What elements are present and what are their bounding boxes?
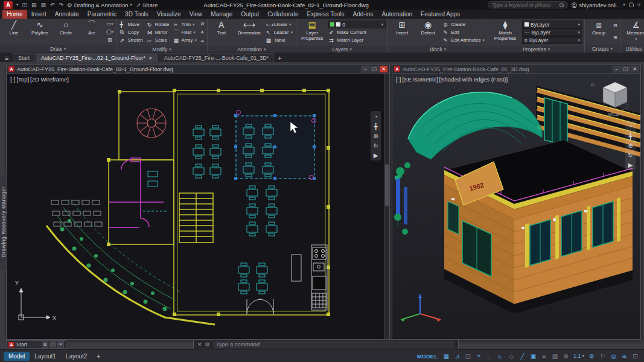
selection-cycling-icon[interactable]: ⊕: [561, 352, 571, 361]
viewport-menu[interactable]: [-]: [10, 76, 15, 83]
new-drawing-icon[interactable]: +: [275, 53, 284, 62]
drawing-canvas-3d[interactable]: [-] [SE Isometric] [Shaded with edges (F…: [392, 74, 640, 339]
window-maximize-icon[interactable]: ▢: [49, 341, 56, 348]
file-tab-3d[interactable]: AutoCAD-FY25_Fire-...-Book-Cafe_01_3D*: [159, 53, 275, 62]
annotation-scale-button[interactable]: 1:1▾: [572, 353, 586, 359]
group-button[interactable]: ⧈Group: [587, 20, 611, 43]
file-tab-ground-floor[interactable]: AutoCAD-FY25_Fire-...02-1_Ground-Floor*✕: [36, 53, 158, 62]
copy-button[interactable]: ⧉Copy: [118, 28, 144, 36]
window-ground-floor-titlebar[interactable]: A AutoCAD-FY25_Fire-Station-Book-Cafe_02…: [7, 65, 389, 74]
linear-button[interactable]: ⟷Linear▾: [265, 21, 294, 28]
ellipse-flyout[interactable]: ◯▾: [106, 28, 113, 35]
match-layer-button[interactable]: ⇉Match Layer: [328, 36, 386, 44]
annotation-monitor-icon[interactable]: ⚐: [598, 352, 608, 361]
share-button[interactable]: ↗ Share: [136, 2, 158, 8]
showmotion-icon[interactable]: ▶: [628, 161, 633, 168]
clean-screen-icon[interactable]: ⊡: [630, 352, 640, 361]
text-button[interactable]: AText: [209, 20, 234, 45]
fillet-button[interactable]: ⌒Fillet▾: [172, 28, 198, 36]
model-space-toggle[interactable]: MODEL: [417, 353, 438, 360]
minimized-start-window[interactable]: A Start ⧉ ▢ ✕: [6, 340, 66, 349]
explode-button[interactable]: ✳: [200, 29, 205, 36]
close-tab-icon[interactable]: ✕: [148, 56, 153, 61]
insert-button[interactable]: ⊞Insert: [390, 20, 414, 45]
panel-label-groups[interactable]: Groups▾: [585, 45, 620, 52]
grid-icon[interactable]: ▦: [441, 352, 451, 361]
circle-button[interactable]: ○Circle: [54, 20, 78, 43]
plot-icon[interactable]: ▥: [41, 2, 46, 8]
array-button[interactable]: ▦Array▾: [172, 36, 198, 44]
detect-button[interactable]: ◉Detect: [416, 20, 440, 45]
transparency-icon[interactable]: ▨: [550, 352, 560, 361]
workspace-selector[interactable]: ⚙ Drafting & Annotation ▾: [67, 2, 132, 8]
make-current-button[interactable]: ✔Make Current: [328, 28, 386, 36]
linetype-select[interactable]: — ByLayer ▾: [522, 28, 582, 36]
rectangle-flyout[interactable]: ▭▾: [106, 21, 113, 27]
match-properties-button[interactable]: ⧫Match Properties: [490, 20, 520, 45]
navigation-wheel-icon[interactable]: ◔: [628, 122, 632, 130]
window-minimize-icon[interactable]: –: [613, 66, 620, 72]
open-icon[interactable]: ▤: [31, 2, 37, 8]
ribbon-tab-collaborate[interactable]: Collaborate: [263, 10, 302, 19]
table-button[interactable]: ▦Table: [265, 36, 294, 44]
undo-icon[interactable]: ↶: [50, 2, 55, 8]
offset-button[interactable]: ≍: [200, 37, 205, 44]
viewcube-home-icon[interactable]: ⌂: [591, 81, 595, 87]
command-customize-icon[interactable]: ⚙: [205, 341, 210, 348]
ribbon-tab-annotate[interactable]: Annotate: [51, 10, 83, 19]
ribbon-tab-add-ins[interactable]: Add-ins: [349, 10, 378, 19]
view-control[interactable]: [Top]: [16, 76, 29, 83]
visual-style-control[interactable]: [2D Wireframe]: [30, 76, 69, 83]
showmotion-icon[interactable]: ▶: [374, 151, 378, 159]
help-icon[interactable]: ?: [637, 2, 640, 8]
ribbon-tab-automation[interactable]: Automation: [378, 10, 417, 19]
scrollbar-thumb[interactable]: [385, 164, 389, 206]
ribbon-tab-manage[interactable]: Manage: [206, 10, 237, 19]
viewport-menu[interactable]: [-]: [396, 76, 401, 83]
window-close-icon[interactable]: ✕: [380, 66, 387, 72]
save-icon[interactable]: ◫: [22, 2, 28, 8]
line-button[interactable]: ╱Line: [2, 20, 26, 43]
arc-button[interactable]: ⌒Arc: [80, 20, 104, 43]
isometric-drafting-icon[interactable]: ◇: [506, 352, 517, 361]
redo-icon[interactable]: ↷: [59, 2, 64, 8]
lineweight-display-icon[interactable]: ≡: [539, 352, 549, 361]
window-close-icon[interactable]: ✕: [57, 341, 64, 348]
drawing-canvas-2d[interactable]: [-] [Top] [2D Wireframe]: [7, 74, 389, 339]
edit-attributes-button[interactable]: ✎Edit Attributes▾: [442, 36, 486, 44]
ribbon-tab-featured-apps[interactable]: Featured Apps: [416, 10, 464, 19]
zoom-icon[interactable]: ⊕: [373, 132, 378, 139]
infer-constraints-icon[interactable]: ◱: [463, 352, 473, 361]
ortho-mode-icon[interactable]: ∟: [485, 352, 495, 361]
app-logo[interactable]: A: [4, 1, 13, 9]
search-input[interactable]: [492, 2, 557, 8]
panel-label-properties[interactable]: Properties▾: [488, 46, 584, 52]
ribbon-tab-3d-tools[interactable]: 3D Tools: [121, 10, 153, 19]
ribbon-tab-express-tools[interactable]: Express Tools: [303, 10, 349, 19]
create-block-button[interactable]: ⊕Create: [442, 21, 486, 28]
orbit-icon[interactable]: ↻: [628, 151, 633, 159]
rotate-button[interactable]: ↻Rotate: [146, 21, 171, 28]
panel-label-draw[interactable]: Draw▾: [0, 45, 116, 52]
command-input[interactable]: Type a command: [213, 341, 454, 348]
snap-mode-icon[interactable]: ⊿: [452, 352, 462, 361]
trim-button[interactable]: ✂Trim▾: [172, 21, 198, 28]
panel-label-annotation[interactable]: Annotation▾: [208, 46, 296, 52]
file-tab-start[interactable]: Start: [13, 53, 35, 62]
model-tab[interactable]: Model: [4, 352, 30, 361]
viewcube[interactable]: ⌂ WCS▾: [599, 80, 631, 117]
vertical-scrollbar[interactable]: [384, 74, 389, 339]
window-restore-icon[interactable]: ▢: [622, 66, 630, 72]
measure-button[interactable]: ∡Measure▾: [622, 20, 644, 43]
command-close-icon[interactable]: ✕: [197, 341, 202, 348]
graphics-performance-icon[interactable]: ≋: [619, 352, 630, 361]
layout1-tab[interactable]: Layout1: [30, 352, 61, 361]
polar-tracking-icon[interactable]: ⊾: [496, 352, 506, 361]
add-layout-button[interactable]: +: [92, 352, 105, 361]
ribbon-tab-view[interactable]: View: [185, 10, 207, 19]
hatch-button[interactable]: ▨: [106, 36, 113, 43]
app-menu-caret-icon[interactable]: ▾: [16, 2, 19, 7]
edit-block-button[interactable]: ✎Edit: [442, 28, 486, 36]
ribbon-tab-insert[interactable]: Insert: [27, 10, 51, 19]
zoom-icon[interactable]: ⊕: [628, 142, 633, 149]
